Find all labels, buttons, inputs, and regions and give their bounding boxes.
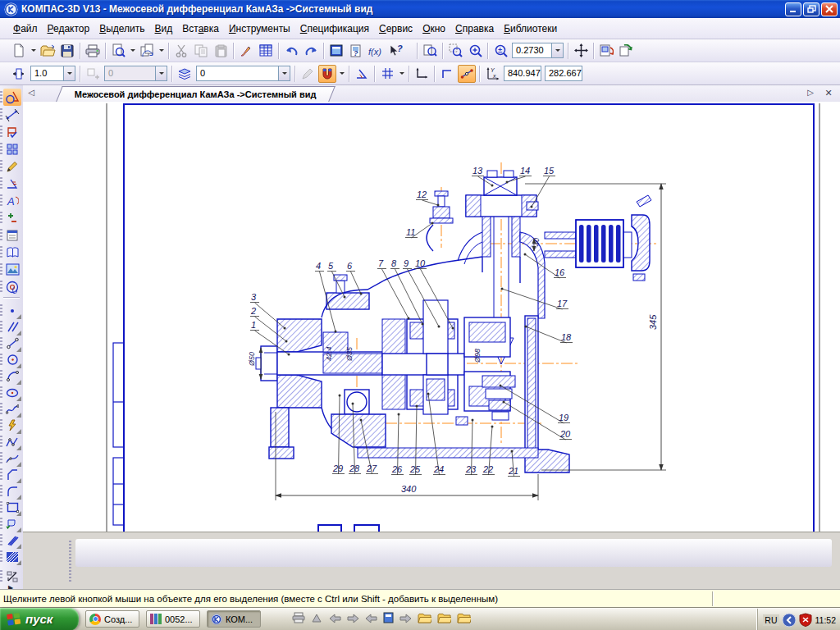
panel-spec-book-button[interactable]	[3, 244, 21, 261]
clock[interactable]: 11:52	[815, 615, 837, 625]
part-dimension[interactable]: 42,4	[325, 346, 333, 361]
page-layout-button[interactable]	[138, 42, 156, 60]
tool-auto-line-button[interactable]	[3, 417, 21, 434]
tab-scroll-right[interactable]: ▷	[806, 88, 815, 97]
quicklaunch-bluedoc-icon[interactable]	[383, 612, 394, 627]
menu-item-window[interactable]: Окно	[418, 21, 450, 37]
tool-ellipse-button[interactable]	[3, 384, 21, 401]
menu-item-view[interactable]: Вид	[150, 21, 178, 37]
new-document-dropdown[interactable]	[29, 42, 38, 60]
restore-button[interactable]	[803, 2, 819, 16]
state-button[interactable]	[84, 65, 102, 83]
callout-25[interactable]: 25	[409, 405, 422, 476]
panel-specification-button[interactable]	[3, 209, 21, 226]
callout-23[interactable]: 23	[465, 419, 477, 476]
panel-insert-picture-button[interactable]	[3, 261, 21, 278]
tool-polyline-button[interactable]	[3, 433, 21, 450]
open-button[interactable]	[39, 42, 57, 60]
panel-dimensions-button[interactable]	[3, 106, 21, 123]
menu-item-tools[interactable]: Инструменты	[224, 21, 295, 37]
rebuild-button[interactable]	[617, 42, 635, 60]
language-bar-button[interactable]	[782, 613, 797, 628]
menu-item-service[interactable]: Сервис	[374, 21, 418, 37]
language-indicator[interactable]: RU	[763, 614, 778, 626]
tool-spline-button[interactable]	[3, 400, 21, 418]
tool-parallel-line-button[interactable]	[3, 318, 21, 336]
zoom-area-button[interactable]	[446, 42, 464, 60]
panel-measure-button[interactable]: A	[3, 192, 21, 209]
roundoff-button[interactable]	[458, 65, 476, 83]
print-button[interactable]	[84, 42, 102, 60]
reference-button[interactable]: ?	[347, 42, 365, 60]
quicklaunch-folder3-icon[interactable]	[457, 612, 471, 627]
save-button[interactable]	[58, 42, 76, 60]
snap-dropdown[interactable]	[337, 65, 346, 83]
angle-snap-button[interactable]	[353, 65, 371, 83]
panel-reports-button[interactable]	[3, 226, 21, 244]
cut-button[interactable]	[172, 42, 190, 60]
tool-rectangle-button[interactable]	[3, 499, 21, 516]
start-button[interactable]: пуск	[0, 608, 79, 630]
redo-button[interactable]	[302, 42, 320, 60]
part-dimension[interactable]: Ø35	[345, 346, 354, 362]
ortho-button[interactable]	[438, 65, 456, 83]
quicklaunch-share4-icon[interactable]	[365, 612, 377, 627]
menu-item-file[interactable]: Файл	[8, 21, 43, 37]
menu-item-insert[interactable]: Вставка	[177, 21, 224, 37]
part-dimension[interactable]: Ø98	[473, 349, 482, 363]
copy-properties-button[interactable]	[237, 42, 255, 60]
zoom-combo[interactable]: 0.2730	[512, 43, 564, 58]
undo-button[interactable]	[282, 42, 300, 60]
tab-scroll-left[interactable]: ◁	[26, 88, 36, 97]
menu-item-help[interactable]: Справка	[450, 21, 499, 37]
refresh-image-button[interactable]	[597, 42, 615, 60]
menu-item-specification[interactable]: Спецификация	[295, 21, 374, 37]
tab-close[interactable]: ✕	[824, 88, 833, 98]
quicklaunch-folder1-icon[interactable]	[418, 612, 431, 627]
fx-button[interactable]: f(x)	[367, 42, 385, 60]
antivirus-tray-icon[interactable]	[799, 613, 812, 627]
coord-y-field[interactable]: 282.667	[545, 66, 582, 81]
variables-button[interactable]	[327, 42, 345, 60]
taskbar-task-kompas[interactable]: КОМ...	[207, 610, 261, 628]
tool-fillet-button[interactable]	[3, 482, 21, 500]
panel-parametrization-button[interactable]	[3, 175, 21, 192]
menu-item-select[interactable]: Выделить	[94, 21, 149, 37]
paste-button[interactable]	[212, 42, 230, 60]
quicklaunch-share3-icon[interactable]	[347, 612, 359, 627]
callout-26[interactable]: 26	[391, 413, 404, 476]
tool-circle-button[interactable]	[3, 351, 21, 368]
current-step-icon[interactable]	[10, 65, 28, 83]
phantom-button[interactable]	[299, 65, 317, 83]
quicklaunch-folder2-icon[interactable]	[437, 612, 451, 627]
taskbar-task-chrome[interactable]: Созд...	[85, 610, 139, 628]
menu-item-editor[interactable]: Редактор	[43, 21, 95, 37]
document-tab[interactable]: Межосевой дифференциал КамАЗа ->Системны…	[56, 86, 335, 102]
panel-designations-building-button[interactable]	[3, 140, 21, 158]
tool-section-button[interactable]	[3, 568, 21, 585]
quicklaunch-printer-icon[interactable]	[292, 612, 305, 627]
preview-dropdown[interactable]	[128, 42, 137, 60]
tool-point-button[interactable]	[3, 302, 21, 319]
zoom-page-button[interactable]	[421, 42, 439, 60]
copy-button[interactable]	[192, 42, 210, 60]
quicklaunch-share5-icon[interactable]	[399, 612, 412, 627]
quicklaunch-share1-icon[interactable]	[311, 612, 323, 627]
tool-multiline-button[interactable]	[3, 532, 21, 549]
callout-17[interactable]: 17	[501, 288, 569, 310]
grid-dropdown[interactable]	[397, 65, 406, 83]
taskbar-task-winrar[interactable]: 0052...	[146, 610, 200, 628]
tool-collect-contour-button[interactable]	[3, 515, 21, 532]
coord-x-field[interactable]: 840.947	[504, 66, 541, 81]
panel-geometry-button[interactable]	[3, 89, 21, 106]
layers-button[interactable]	[176, 65, 194, 83]
properties-button[interactable]	[257, 42, 275, 60]
context-help-button[interactable]: ?	[386, 42, 404, 60]
close-button[interactable]	[821, 2, 838, 16]
panel-designations-button[interactable]	[3, 123, 21, 140]
pan-button[interactable]	[572, 42, 590, 60]
layer-combo[interactable]: 0	[104, 66, 167, 81]
preview-button[interactable]	[109, 42, 127, 60]
new-document-button[interactable]	[10, 42, 28, 60]
quicklaunch-share2-icon[interactable]	[329, 612, 341, 627]
